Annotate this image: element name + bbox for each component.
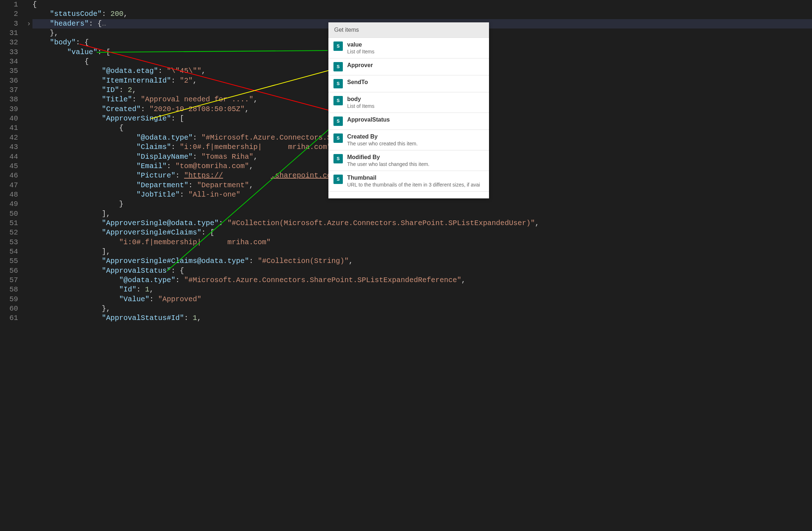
line-number: 42 <box>0 133 18 142</box>
sharepoint-icon: S <box>333 62 343 71</box>
fold-slot <box>25 276 32 285</box>
line-number: 35 <box>0 66 18 76</box>
fold-slot <box>25 123 32 133</box>
code-line[interactable]: "i:0#.f|membership| mriha.com" <box>32 238 812 247</box>
code-line[interactable]: "ApprovalStatus#Id": 1, <box>32 313 812 323</box>
panel-item[interactable]: SThumbnailURL to the thumbnails of the i… <box>328 171 489 192</box>
fold-slot <box>25 152 32 162</box>
fold-slot <box>25 162 32 171</box>
code-line[interactable]: "ApproverSingle#Claims@odata.type": "#Co… <box>32 256 812 266</box>
panel-item[interactable]: SbodyList of Items <box>328 92 489 113</box>
code-line[interactable]: "ApproverSingle@odata.type": "#Collectio… <box>32 219 812 228</box>
panel-item-subtitle: The user who created this item. <box>347 141 418 146</box>
fold-slot <box>25 285 32 294</box>
fold-slot <box>25 114 32 123</box>
sharepoint-icon: S <box>333 133 343 143</box>
sharepoint-icon: S <box>333 117 343 126</box>
panel-item-subtitle: URL to the thumbnails of the item in 3 d… <box>347 182 480 188</box>
fold-slot <box>25 57 32 66</box>
line-number: 51 <box>0 219 18 228</box>
fold-slot <box>25 313 32 323</box>
panel-item[interactable]: SvalueList of Items <box>328 38 489 58</box>
line-number: 37 <box>0 85 18 95</box>
fold-slot <box>25 171 32 180</box>
fold-slot <box>25 256 32 266</box>
line-number: 1 <box>0 0 18 9</box>
line-number: 38 <box>0 95 18 104</box>
line-number: 33 <box>0 48 18 57</box>
panel-item-title: Thumbnail <box>347 175 480 181</box>
line-number: 60 <box>0 304 18 313</box>
code-line[interactable]: "statusCode": 200, <box>32 9 812 19</box>
panel-item[interactable]: SApprover <box>328 58 489 75</box>
fold-slot <box>25 95 32 104</box>
fold-slot <box>25 219 32 228</box>
fold-slot <box>25 209 32 219</box>
line-number: 48 <box>0 190 18 199</box>
fold-slot <box>25 105 32 114</box>
line-number: 49 <box>0 199 18 209</box>
line-number: 36 <box>0 76 18 85</box>
fold-slot <box>25 266 32 276</box>
line-number: 52 <box>0 228 18 237</box>
panel-item-subtitle: The user who last changed this item. <box>347 161 429 167</box>
sharepoint-icon: S <box>333 96 343 105</box>
panel-item-title: body <box>347 96 374 102</box>
fold-slot <box>25 295 32 304</box>
fold-slot <box>25 76 32 85</box>
fold-slot <box>25 28 32 38</box>
fold-slot <box>25 85 32 95</box>
line-number: 54 <box>0 247 18 256</box>
line-number: 53 <box>0 238 18 247</box>
fold-column[interactable]: › <box>25 0 32 531</box>
code-line[interactable]: "ApproverSingle#Claims": [ <box>32 228 812 237</box>
fold-slot <box>25 190 32 199</box>
panel-item-subtitle: List of Items <box>347 49 374 54</box>
code-line[interactable]: "@odata.type": "#Microsoft.Azure.Connect… <box>32 276 812 285</box>
fold-slot <box>25 38 32 47</box>
line-number: 39 <box>0 105 18 114</box>
panel-item[interactable]: SModified ByThe user who last changed th… <box>328 150 489 171</box>
line-number: 41 <box>0 123 18 133</box>
sharepoint-icon: S <box>333 175 343 184</box>
line-number: 61 <box>0 313 18 323</box>
code-line[interactable]: ], <box>32 247 812 256</box>
panel-item-title: ApprovalStatus <box>347 117 390 123</box>
line-number-gutter: 1233132333435363738394041424344454647484… <box>0 0 25 531</box>
line-number: 57 <box>0 276 18 285</box>
line-number: 59 <box>0 295 18 304</box>
code-line[interactable]: "ApprovalStatus": { <box>32 266 812 276</box>
line-number: 46 <box>0 171 18 180</box>
panel-item[interactable]: SCreated ByThe user who created this ite… <box>328 130 489 150</box>
panel-item[interactable]: SSendTo <box>328 75 489 92</box>
code-line[interactable]: ], <box>32 209 812 219</box>
line-number: 58 <box>0 285 18 294</box>
fold-slot <box>25 142 32 152</box>
fold-slot <box>25 0 32 9</box>
fold-slot <box>25 238 32 247</box>
line-number: 56 <box>0 266 18 276</box>
fold-slot <box>25 228 32 237</box>
fold-slot <box>25 9 32 19</box>
fold-slot <box>25 304 32 313</box>
line-number: 40 <box>0 114 18 123</box>
dynamic-content-panel[interactable]: Get items SvalueList of ItemsSApproverSS… <box>328 22 489 198</box>
line-number: 32 <box>0 38 18 47</box>
code-line[interactable]: } <box>32 199 812 209</box>
sharepoint-icon: S <box>333 41 343 51</box>
code-line[interactable]: "Id": 1, <box>32 285 812 294</box>
fold-slot <box>25 133 32 142</box>
line-number: 47 <box>0 181 18 190</box>
line-number: 55 <box>0 256 18 266</box>
line-number: 45 <box>0 162 18 171</box>
code-line[interactable]: "Value": "Approved" <box>32 295 812 304</box>
fold-slot <box>25 181 32 190</box>
panel-item-title: Created By <box>347 133 418 140</box>
code-line[interactable]: { <box>32 0 812 9</box>
fold-chevron-icon[interactable]: › <box>25 19 32 28</box>
line-number: 44 <box>0 152 18 162</box>
code-line[interactable]: }, <box>32 304 812 313</box>
panel-header: Get items <box>328 22 489 38</box>
panel-item[interactable]: SApprovalStatus <box>328 113 489 130</box>
line-number: 34 <box>0 57 18 66</box>
